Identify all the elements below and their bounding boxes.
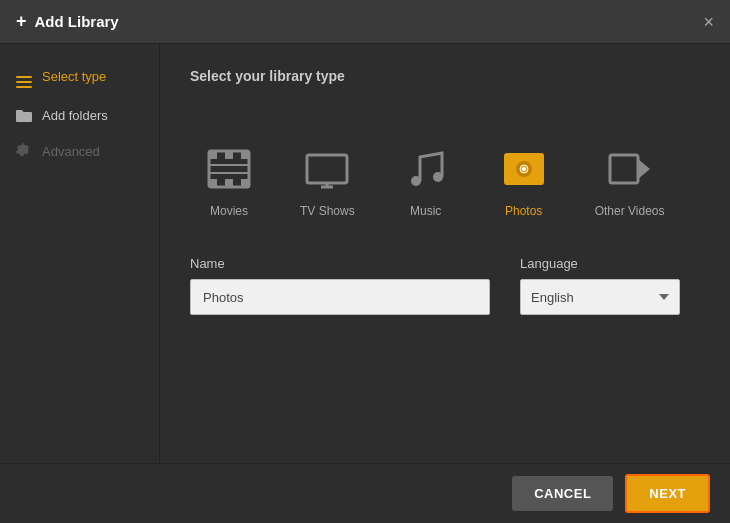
add-library-dialog: + Add Library × Select type bbox=[0, 0, 730, 523]
lib-type-movies[interactable]: Movies bbox=[190, 132, 268, 228]
lib-type-photos[interactable]: Photos bbox=[485, 132, 563, 228]
sidebar-item-label: Advanced bbox=[42, 144, 100, 159]
close-button[interactable]: × bbox=[703, 13, 714, 31]
sidebar-item-label: Select type bbox=[42, 69, 106, 84]
photos-icon bbox=[497, 142, 551, 196]
section-title: Select your library type bbox=[190, 68, 700, 84]
sidebar-item-add-folders[interactable]: Add folders bbox=[0, 98, 159, 133]
svg-rect-5 bbox=[225, 179, 233, 187]
name-input[interactable] bbox=[190, 279, 490, 315]
tv-icon bbox=[300, 142, 354, 196]
hamburger-icon bbox=[16, 64, 32, 88]
svg-point-12 bbox=[411, 176, 421, 186]
library-types: Movies TV Shows bbox=[190, 132, 700, 228]
svg-point-13 bbox=[433, 172, 443, 182]
movies-label: Movies bbox=[210, 204, 248, 218]
svg-rect-3 bbox=[241, 151, 249, 159]
sidebar-item-select-type[interactable]: Select type bbox=[0, 54, 159, 98]
svg-rect-9 bbox=[307, 155, 347, 183]
movies-icon bbox=[202, 142, 256, 196]
lib-type-tv-shows[interactable]: TV Shows bbox=[288, 132, 367, 228]
lib-type-other-videos[interactable]: Other Videos bbox=[583, 132, 677, 228]
footer: CANCEL NEXT bbox=[0, 463, 730, 523]
photos-label: Photos bbox=[505, 204, 542, 218]
lib-type-music[interactable]: Music bbox=[387, 132, 465, 228]
form-row: Name Language English French German Span… bbox=[190, 256, 700, 315]
name-label: Name bbox=[190, 256, 490, 271]
next-button[interactable]: NEXT bbox=[625, 474, 710, 513]
language-label: Language bbox=[520, 256, 680, 271]
language-group: Language English French German Spanish bbox=[520, 256, 680, 315]
title-bar-left: + Add Library bbox=[16, 11, 119, 32]
svg-rect-6 bbox=[241, 179, 249, 187]
sidebar: Select type Add folders Advanced bbox=[0, 44, 160, 463]
svg-marker-19 bbox=[638, 159, 650, 179]
music-label: Music bbox=[410, 204, 441, 218]
gear-icon bbox=[16, 143, 32, 159]
svg-point-17 bbox=[522, 167, 526, 171]
svg-rect-18 bbox=[610, 155, 638, 183]
music-icon bbox=[399, 142, 453, 196]
folder-icon bbox=[16, 109, 32, 123]
cancel-button[interactable]: CANCEL bbox=[512, 476, 613, 511]
language-select[interactable]: English French German Spanish bbox=[520, 279, 680, 315]
plus-icon: + bbox=[16, 11, 27, 32]
other-videos-label: Other Videos bbox=[595, 204, 665, 218]
other-videos-icon bbox=[603, 142, 657, 196]
sidebar-item-label: Add folders bbox=[42, 108, 108, 123]
svg-rect-2 bbox=[225, 151, 233, 159]
title-bar: + Add Library × bbox=[0, 0, 730, 44]
sidebar-item-advanced: Advanced bbox=[0, 133, 159, 169]
dialog-title: Add Library bbox=[35, 13, 119, 30]
tv-shows-label: TV Shows bbox=[300, 204, 355, 218]
svg-rect-1 bbox=[209, 151, 217, 159]
content-area: Select your library type bbox=[160, 44, 730, 463]
name-group: Name bbox=[190, 256, 490, 315]
svg-rect-4 bbox=[209, 179, 217, 187]
main-content: Select type Add folders Advanced bbox=[0, 44, 730, 463]
